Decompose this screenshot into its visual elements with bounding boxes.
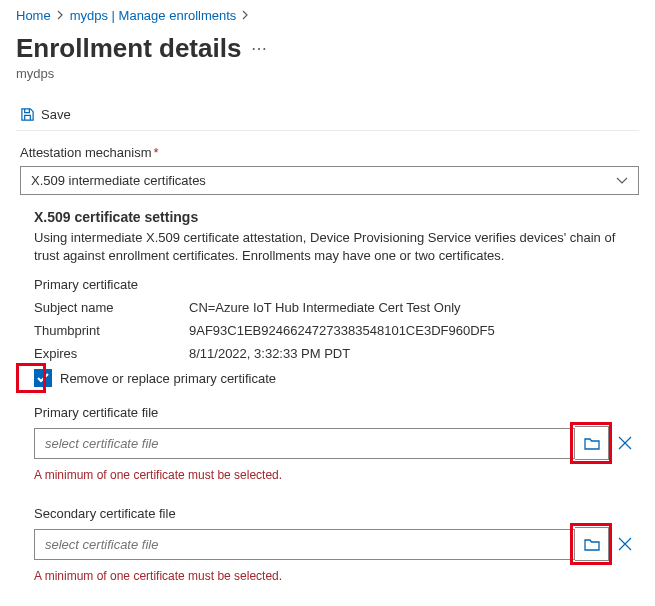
save-button[interactable]: Save — [16, 105, 75, 124]
page-subtitle: mydps — [16, 66, 639, 81]
primary-file-clear-button[interactable] — [611, 429, 639, 457]
secondary-file-browse-button[interactable] — [575, 527, 609, 561]
more-actions-button[interactable]: ⋯ — [251, 39, 268, 58]
toolbar: Save — [16, 99, 639, 131]
secondary-file-error: A minimum of one certificate must be sel… — [34, 569, 639, 583]
save-button-label: Save — [41, 107, 71, 122]
chevron-down-icon — [616, 173, 628, 188]
chevron-right-icon — [242, 10, 249, 22]
expires-label: Expires — [34, 346, 189, 361]
breadcrumb: Home mydps | Manage enrollments — [16, 8, 639, 23]
attestation-value: X.509 intermediate certificates — [31, 173, 206, 188]
close-icon — [618, 436, 632, 450]
breadcrumb-item[interactable]: mydps | Manage enrollments — [70, 8, 237, 23]
close-icon — [618, 537, 632, 551]
remove-replace-label: Remove or replace primary certificate — [60, 371, 276, 386]
chevron-right-icon — [57, 10, 64, 22]
subject-value: CN=Azure IoT Hub Intermediate Cert Test … — [189, 300, 639, 315]
thumbprint-label: Thumbprint — [34, 323, 189, 338]
primary-file-error: A minimum of one certificate must be sel… — [34, 468, 639, 482]
primary-file-label: Primary certificate file — [34, 405, 639, 420]
secondary-file-label: Secondary certificate file — [34, 506, 639, 521]
secondary-file-clear-button[interactable] — [611, 530, 639, 558]
x509-description: Using intermediate X.509 certificate att… — [34, 229, 639, 265]
subject-label: Subject name — [34, 300, 189, 315]
x509-heading: X.509 certificate settings — [34, 209, 639, 225]
page-title: Enrollment details — [16, 33, 241, 64]
folder-icon — [584, 538, 600, 551]
primary-cert-heading: Primary certificate — [34, 277, 639, 292]
primary-file-browse-button[interactable] — [575, 426, 609, 460]
primary-file-input[interactable] — [34, 428, 575, 459]
attestation-label: Attestation mechanism* — [20, 145, 639, 160]
save-icon — [20, 107, 35, 122]
secondary-file-input[interactable] — [34, 529, 575, 560]
folder-icon — [584, 437, 600, 450]
breadcrumb-home[interactable]: Home — [16, 8, 51, 23]
expires-value: 8/11/2022, 3:32:33 PM PDT — [189, 346, 639, 361]
attestation-select[interactable]: X.509 intermediate certificates — [20, 166, 639, 195]
thumbprint-value: 9AF93C1EB92466247273383548101CE3DF960DF5 — [189, 323, 639, 338]
remove-replace-checkbox[interactable] — [34, 369, 52, 387]
